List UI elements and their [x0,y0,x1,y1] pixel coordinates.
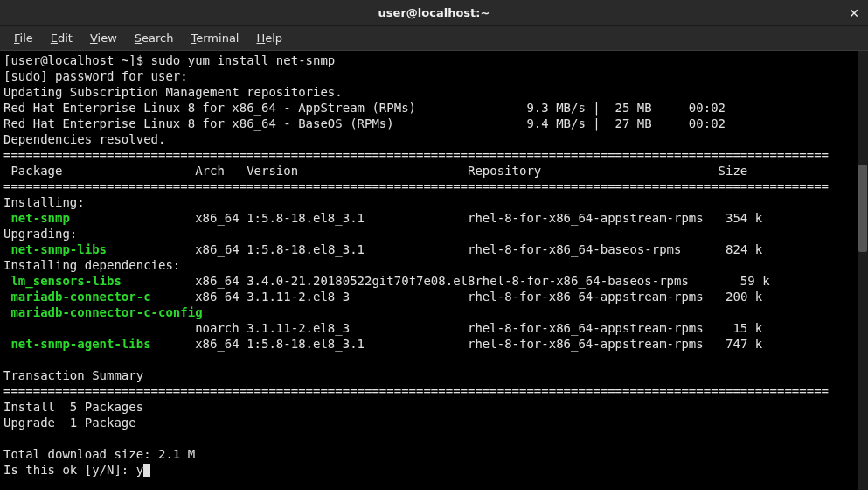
confirm-input: y [136,463,143,477]
output-line: Red Hat Enterprise Linux 8 for x86_64 - … [3,116,726,130]
pkg-row: mariadb-connector-c-config noarch 3.1.11… [3,305,762,335]
output-line: Install 5 Packages [3,400,143,414]
sudo-prompt-line: [sudo] password for user: [3,69,188,83]
section-label: Installing dependencies: [3,258,180,272]
menu-search[interactable]: Search [126,28,183,48]
scrollbar-thumb[interactable] [858,164,867,252]
pkg-row: net-snmp-agent-libs x86_64 1:5.8-18.el8_… [3,337,762,351]
pkg-row: lm_sensors-libs x86_64 3.4.0-21.20180522… [3,274,770,288]
pkg-name: net-snmp [3,211,70,225]
pkg-name: lm_sensors-libs [3,274,122,288]
output-line: Dependencies resolved. [3,132,165,146]
pkg-name: net-snmp-libs [3,242,107,256]
table-header: Package Arch Version Repository Size [3,164,747,178]
output-line: Updating Subscription Management reposit… [3,85,343,99]
scrollbar[interactable] [858,51,868,490]
output-line: Total download size: 2.1 M [3,447,195,461]
menu-terminal[interactable]: Terminal [183,28,248,48]
confirm-prompt: Is this ok [y/N]: [3,463,136,477]
prompt-ps1: [user@localhost ~]$ [3,53,151,67]
menubar: File Edit View Search Terminal Help [0,26,868,51]
titlebar: user@localhost:~ ✕ [0,0,868,26]
window-title: user@localhost:~ [0,6,868,19]
section-label: Installing: [3,195,85,209]
terminal-output[interactable]: [user@localhost ~]$ sudo yum install net… [0,51,868,490]
menu-help[interactable]: Help [247,28,291,48]
output-line: Red Hat Enterprise Linux 8 for x86_64 - … [3,101,726,115]
menu-file[interactable]: File [5,28,42,48]
pkg-name: mariadb-connector-c [3,290,151,304]
separator-line: ========================================… [3,384,829,398]
menu-edit[interactable]: Edit [42,28,81,48]
output-line: Upgrade 1 Package [3,416,136,430]
pkg-name: net-snmp-agent-libs [3,337,151,351]
section-label: Transaction Summary [3,368,143,382]
pkg-row: net-snmp x86_64 1:5.8-18.el8_3.1 rhel-8-… [3,211,762,225]
menu-view[interactable]: View [81,28,126,48]
pkg-row: net-snmp-libs x86_64 1:5.8-18.el8_3.1 rh… [3,242,762,256]
close-icon[interactable]: ✕ [849,6,859,20]
pkg-name: mariadb-connector-c-config [3,305,203,319]
section-label: Upgrading: [3,227,77,241]
separator-line: ========================================… [3,148,829,162]
separator-line: ========================================… [3,179,829,193]
pkg-row: mariadb-connector-c x86_64 3.1.11-2.el8_… [3,290,762,304]
prompt-command: sudo yum install net-snmp [151,53,336,67]
cursor-icon [143,464,150,477]
